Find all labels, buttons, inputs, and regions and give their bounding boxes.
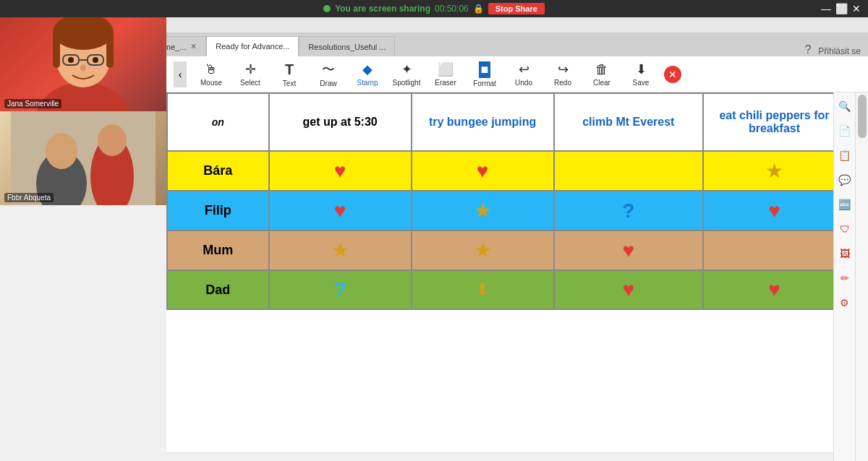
svg-rect-4 [106,32,114,68]
arrow-down-symbol: ⬇ [475,280,490,299]
row-name-dad: Dad [167,270,269,309]
activity-table: on get up at 5:30 try bungee jumping cli… [166,92,846,310]
tool-format[interactable]: ■ Format [466,59,503,90]
table-row: Bára ♥ ♥ ★ [167,151,846,191]
star-symbol: ★ [474,199,492,222]
redo-icon: ↪ [558,61,569,77]
cell-filip-chili: ♥ [703,191,846,231]
screen-share-text: You are screen sharing [335,4,430,14]
tool-text[interactable]: T Text [271,59,308,90]
tool-clear[interactable]: 🗑 Clear [583,59,621,90]
sidebar-pages-icon[interactable]: 📋 [837,147,853,163]
maximize-button[interactable]: ⬜ [835,3,848,14]
cell-mum-chili [703,231,846,270]
tool-stamp[interactable]: ◆ Stamp [349,59,386,90]
tool-stamp-label: Stamp [357,79,378,87]
sidebar-zoom-icon[interactable]: 🔍 [837,98,853,114]
svg-point-16 [98,124,127,156]
question-symbol: ? [334,278,346,301]
tool-spotlight-label: Spotlight [393,79,421,87]
minimize-button[interactable]: — [821,3,831,14]
sidebar-settings-icon[interactable]: ⚙ [837,295,853,311]
tool-select-label: Select [240,79,260,87]
heart-symbol: ♥ [768,199,780,222]
sidebar-translate-icon[interactable]: 🔤 [837,197,853,212]
screen-share-bar: You are screen sharing 00:50:06 🔒 Stop S… [0,0,868,17]
horizontal-scrollbar[interactable] [166,452,833,461]
cell-dad-bungee: ⬇ [412,270,554,309]
save-icon: ⬇ [636,61,647,77]
col-header-bungee: try bungee jumping [412,93,554,151]
row-name-filip: Filip [167,191,269,231]
cell-bara-bungee: ♥ [412,151,554,191]
green-dot [323,5,331,12]
tool-save-label: Save [633,79,650,87]
cell-mum-bungee: ★ [412,231,554,270]
mouse-icon: 🖱 [205,62,218,77]
screen-share-indicator: You are screen sharing 00:50:06 🔒 Stop S… [323,3,545,14]
tool-eraser[interactable]: ⬜ Eraser [427,59,464,90]
webcam-bottom: Fbbr Abqueta [0,111,166,205]
webcam-video-bottom [0,111,166,205]
webcam-bottom-label: Fbbr Abqueta [4,193,54,202]
tab-label: Resolutions_Useful ... [308,43,386,51]
tab-resolutions-useful[interactable]: Resolutions_Useful ... [299,36,395,56]
tab-ready-advance[interactable]: Ready for Advance... [206,36,299,56]
star-symbol: ★ [765,160,783,182]
format-icon: ■ [479,61,491,78]
select-icon: ✛ [245,61,256,77]
scrollbar-thumb[interactable] [858,95,867,138]
webcam-panel: Jana Somerville Fbbr Abqueta [0,17,166,205]
sidebar-edit-icon[interactable]: ✏ [837,270,853,286]
tool-format-label: Format [473,79,496,87]
table-row: Mum ★ ★ ♥ [167,231,846,270]
draw-icon: 〜 [322,61,335,78]
cell-dad-everest: ♥ [554,270,703,309]
sidebar-shield-icon[interactable]: 🛡 [837,221,853,237]
star-symbol: ★ [331,239,349,262]
tool-spotlight[interactable]: ✦ Spotlight [388,59,425,90]
table-row: Dad ? ⬇ ♥ ♥ [167,270,846,309]
cell-dad-getup: ? [269,270,412,309]
tool-draw[interactable]: 〜 Draw [310,59,347,90]
undo-icon: ↩ [519,61,529,77]
col-header-everest: climb Mt Everest [554,93,703,151]
tool-draw-label: Draw [320,79,336,87]
tool-select[interactable]: ✛ Select [231,59,269,90]
toolbar: ‹ 🖱 Mouse ✛ Select T Text 〜 Draw ◆ Stamp… [166,56,868,92]
tool-undo[interactable]: ↩ Undo [505,59,542,90]
webcam-top: Jana Somerville [0,17,166,111]
sidebar-doc-icon[interactable]: 📄 [837,123,853,139]
svg-point-10 [80,64,86,72]
webcam-top-label: Jana Somerville [4,99,61,108]
row-name-bara: Bára [167,151,269,191]
cell-bara-getup: ♥ [269,151,412,191]
stop-share-button[interactable]: Stop Share [488,3,545,14]
close-toolbar-button[interactable]: ✕ [664,66,681,83]
cell-mum-getup: ★ [269,231,412,270]
svg-point-9 [93,57,98,63]
tool-clear-label: Clear [593,79,610,87]
page-nav-arrow[interactable]: ‹ [174,61,187,87]
tool-save[interactable]: ⬇ Save [622,59,660,90]
help-button[interactable]: ? [804,43,811,56]
svg-point-8 [68,57,74,63]
cell-filip-everest: ? [554,191,703,231]
col-header-on: on [167,93,269,151]
sidebar-comment-icon[interactable]: 💬 [837,172,853,188]
lock-icon: 🔒 [473,4,484,14]
sidebar-image-icon[interactable]: 🖼 [837,246,853,262]
right-sidebar: 🔍 📄 📋 💬 🔤 🛡 🖼 ✏ ⚙ [833,92,855,461]
tool-mouse[interactable]: 🖱 Mouse [192,59,230,90]
tool-redo-label: Redo [554,79,571,87]
login-button[interactable]: Přihlásit se [818,46,861,56]
screen-share-timer: 00:50:06 [435,4,469,14]
vertical-scrollbar[interactable] [855,92,868,461]
cell-dad-chili: ♥ [703,270,846,309]
question-symbol: ? [622,199,634,222]
heart-symbol: ♥ [334,199,346,222]
tool-redo[interactable]: ↪ Redo [544,59,582,90]
close-button[interactable]: ✕ [852,3,861,14]
tab-close-icon[interactable]: ✕ [190,42,197,51]
tool-eraser-label: Eraser [435,79,456,87]
